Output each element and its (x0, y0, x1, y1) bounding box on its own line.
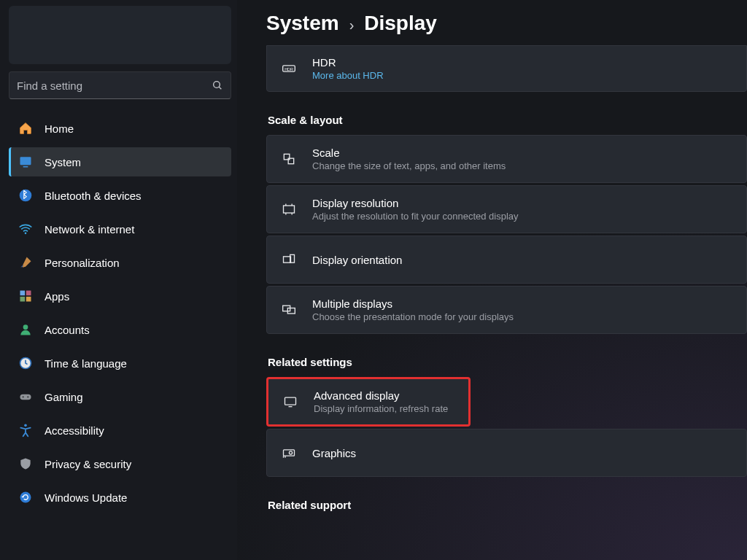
apps-icon (18, 289, 33, 303)
breadcrumb-current: Display (364, 12, 437, 35)
section-heading-support: Related support (268, 499, 747, 511)
sidebar-item-time[interactable]: Time & language (9, 349, 231, 378)
sidebar-item-label: Apps (44, 290, 69, 303)
sidebar-item-system[interactable]: System (9, 147, 231, 176)
setting-title: Display orientation (312, 254, 402, 266)
card-list-scale: Scale Change the size of text, apps, and… (266, 135, 747, 334)
setting-title: Multiple displays (312, 298, 514, 310)
sidebar-item-label: Privacy & security (44, 458, 131, 470)
breadcrumb-parent[interactable]: System (266, 12, 339, 35)
brush-icon (18, 255, 33, 270)
svg-rect-9 (26, 297, 31, 302)
svg-point-17 (20, 492, 31, 503)
setting-card-hdr[interactable]: HDR HDR More about HDR (266, 45, 747, 92)
svg-point-29 (289, 451, 292, 454)
setting-card-resolution[interactable]: Display resolution Adjust the resolution… (266, 185, 747, 233)
sidebar-item-label: Bluetooth & devices (44, 190, 142, 202)
sidebar-item-label: Windows Update (44, 491, 127, 504)
setting-card-advanced-display[interactable]: Advanced display Display information, re… (266, 377, 471, 427)
home-icon (18, 121, 33, 136)
svg-rect-22 (284, 206, 295, 213)
setting-title: HDR (312, 56, 384, 69)
settings-app: Home System Bluetooth & devices Network … (0, 0, 747, 560)
section-heading-scale: Scale & layout (268, 114, 747, 126)
update-icon (18, 490, 33, 505)
setting-subtitle: Adjust the resolution to fit your connec… (312, 211, 519, 222)
sidebar-item-label: Network & internet (44, 223, 134, 236)
sidebar: Home System Bluetooth & devices Network … (0, 0, 237, 560)
hdr-more-link[interactable]: More about HDR (312, 70, 384, 81)
scale-icon (280, 150, 298, 168)
svg-point-16 (24, 424, 27, 427)
setting-title: Graphics (312, 447, 356, 459)
sidebar-item-home[interactable]: Home (9, 114, 231, 143)
setting-title: Advanced display (314, 389, 448, 402)
setting-card-scale[interactable]: Scale Change the size of text, apps, and… (266, 135, 747, 183)
svg-rect-27 (285, 397, 296, 405)
sidebar-item-bluetooth[interactable]: Bluetooth & devices (9, 181, 231, 210)
sidebar-item-label: Time & language (44, 357, 127, 370)
gpu-icon (280, 444, 298, 462)
svg-rect-13 (20, 394, 31, 400)
svg-point-15 (27, 396, 28, 397)
setting-title: Scale (312, 147, 506, 159)
svg-rect-8 (20, 297, 26, 302)
resolution-icon (280, 201, 298, 218)
search-input[interactable] (17, 79, 212, 92)
sidebar-item-accounts[interactable]: Accounts (9, 315, 231, 344)
sidebar-item-label: Accounts (44, 324, 90, 336)
breadcrumb: System › Display (266, 12, 747, 35)
setting-subtitle: Display information, refresh rate (314, 403, 448, 414)
setting-card-multiple-displays[interactable]: Multiple displays Choose the presentatio… (266, 286, 747, 334)
sidebar-item-label: Accessibility (44, 424, 104, 437)
sidebar-item-label: System (44, 156, 81, 168)
shield-icon (18, 456, 33, 471)
sidebar-item-label: Home (44, 122, 74, 135)
svg-line-1 (219, 87, 221, 89)
svg-point-14 (23, 396, 24, 397)
sidebar-item-label: Gaming (44, 391, 83, 403)
svg-point-5 (25, 233, 27, 235)
multidisplay-icon (280, 301, 298, 319)
sidebar-item-apps[interactable]: Apps (9, 281, 231, 311)
svg-point-10 (23, 324, 28, 330)
person-icon (18, 322, 33, 337)
gamepad-icon (18, 389, 33, 404)
sidebar-item-privacy[interactable]: Privacy & security (9, 449, 231, 478)
svg-rect-7 (26, 291, 31, 296)
user-profile-card[interactable] (9, 6, 231, 64)
sidebar-item-personalization[interactable]: Personalization (9, 248, 231, 277)
setting-card-orientation[interactable]: Display orientation (266, 236, 747, 284)
monitor-icon (282, 393, 299, 411)
svg-text:HDR: HDR (285, 67, 293, 71)
hdr-icon: HDR (280, 60, 298, 77)
setting-subtitle: Change the size of text, apps, and other… (312, 160, 506, 171)
orientation-icon (280, 251, 298, 268)
search-icon (212, 79, 223, 91)
svg-point-0 (214, 82, 220, 88)
section-heading-related: Related settings (268, 356, 747, 368)
setting-subtitle: Choose the presentation mode for your di… (312, 311, 514, 322)
wifi-icon (18, 222, 33, 236)
card-list-related: Advanced display Display information, re… (266, 377, 747, 477)
main-panel: System › Display HDR HDR More about HDR … (237, 0, 747, 560)
svg-rect-6 (20, 291, 26, 296)
sidebar-item-gaming[interactable]: Gaming (9, 382, 231, 411)
setting-title: Display resolution (312, 197, 519, 209)
bluetooth-icon (18, 188, 33, 203)
setting-card-graphics[interactable]: Graphics (266, 429, 747, 477)
clock-icon (18, 356, 33, 370)
svg-rect-2 (20, 157, 31, 165)
sidebar-item-network[interactable]: Network & internet (9, 214, 231, 244)
svg-rect-3 (23, 166, 28, 168)
sidebar-item-update[interactable]: Windows Update (9, 483, 231, 512)
search-box[interactable] (9, 71, 231, 99)
chevron-right-icon: › (349, 17, 355, 34)
sidebar-item-accessibility[interactable]: Accessibility (9, 416, 231, 445)
sidebar-nav: Home System Bluetooth & devices Network … (6, 112, 234, 513)
accessibility-icon (18, 423, 33, 438)
system-icon (18, 155, 33, 169)
sidebar-item-label: Personalization (44, 257, 120, 269)
